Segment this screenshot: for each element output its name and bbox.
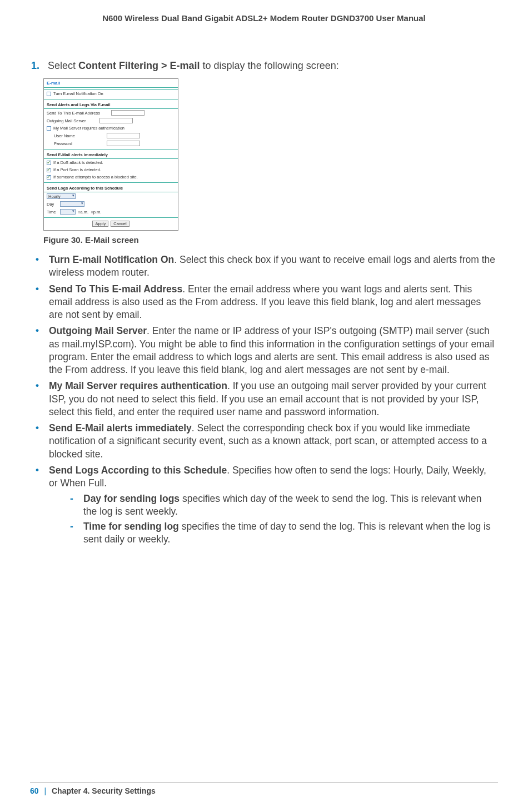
ss-auth-row: My Mail Server requires authentication <box>44 124 178 132</box>
bullet-bold: Send Logs According to this Schedule <box>49 465 227 476</box>
day-select[interactable] <box>60 201 84 207</box>
schedule-select[interactable]: Hourly <box>47 193 76 199</box>
list-item: • Send Logs According to this Schedule. … <box>31 464 497 549</box>
ss-sec3: Send Logs According to this Schedule <box>44 184 178 192</box>
sub-bold: Day for sending logs <box>83 493 180 504</box>
bullet-list: • Turn E-mail Notification On. Select th… <box>31 253 497 549</box>
footer-separator: | <box>44 786 46 795</box>
list-item: • Outgoing Mail Server. Enter the name o… <box>31 325 497 376</box>
page-number: 60 <box>30 786 39 795</box>
bullet-marker: • <box>31 283 49 322</box>
bullet-bold: Outgoing Mail Server <box>49 325 147 336</box>
ss-pass-row: Password <box>44 140 178 147</box>
server-field[interactable] <box>99 118 133 123</box>
sub-item: - Day for sending logs specifies which d… <box>67 492 497 519</box>
ss-pm: p.m. <box>93 210 102 215</box>
bullet-marker: • <box>31 253 49 280</box>
ss-day-label: Day <box>47 202 59 207</box>
ss-alert2-row: If a Port Scan is detected. <box>44 166 178 173</box>
figure-caption: Figure 30. E-Mail screen <box>43 235 497 245</box>
ss-sec2: Send E-Mail alerts immediately <box>44 151 178 159</box>
list-item: • My Mail Server requires authentication… <box>31 380 497 419</box>
step-instruction: 1. Select Content Filtering > E-mail to … <box>31 60 497 72</box>
checkbox-icon[interactable] <box>47 168 51 172</box>
ss-time-row: Time ○ a.m. ○ p.m. <box>44 208 178 216</box>
bullet-marker: • <box>31 464 49 549</box>
ss-sched-row: Hourly <box>44 192 178 200</box>
ss-title: E-mail <box>44 79 178 88</box>
ss-send-row: Send To This E-mail Address <box>44 109 178 117</box>
list-item: • Send To This E-mail Address. Enter the… <box>31 283 497 322</box>
ss-am: a.m. <box>81 210 89 215</box>
ss-user-row: User Name <box>44 132 178 140</box>
ss-alert1-row: If a DoS attack is detected. <box>44 159 178 166</box>
bullet-bold: Turn E-mail Notification On <box>49 254 174 265</box>
bullet-marker: • <box>31 422 49 461</box>
bullet-bold: Send E-Mail alerts immediately <box>49 422 192 434</box>
ss-server-label: Outgoing Mail Server <box>47 118 88 123</box>
email-screenshot: E-mail Turn E-mail Notification On Send … <box>43 78 178 231</box>
bullet-marker: • <box>31 380 49 419</box>
sub-item: - Time for sending log specifies the tim… <box>67 520 497 546</box>
email-field[interactable] <box>111 110 145 116</box>
ss-time-label: Time <box>47 210 59 215</box>
step-number: 1. <box>31 60 39 71</box>
ss-send-label: Send To This E-mail Address <box>47 111 100 116</box>
ss-auth-label: My Mail Server requires authentication <box>53 126 124 131</box>
ss-notify-row: Turn E-mail Notification On <box>44 90 178 97</box>
bullet-marker: • <box>31 325 49 376</box>
checkbox-icon[interactable] <box>47 92 51 96</box>
list-item: • Send E-Mail alerts immediately. Select… <box>31 422 497 461</box>
page-footer: 60 | Chapter 4. Security Settings <box>30 783 498 795</box>
ss-alert3: If someone attempts to access a blocked … <box>53 175 138 180</box>
ss-sec1: Send Alerts and Logs Via E-mail <box>44 101 178 109</box>
ss-day-row: Day <box>44 200 178 208</box>
ss-alert3-row: If someone attempts to access a blocked … <box>44 173 178 181</box>
apply-button[interactable]: Apply <box>92 221 108 227</box>
ss-alert1: If a DoS attack is detected. <box>53 160 103 165</box>
step-post: to display the following screen: <box>200 60 339 71</box>
sub-marker: - <box>67 520 83 546</box>
ss-pass-label: Password <box>54 141 96 146</box>
sub-marker: - <box>67 492 83 519</box>
user-field[interactable] <box>107 133 140 138</box>
checkbox-icon[interactable] <box>47 161 51 165</box>
ss-buttons: Apply Cancel <box>44 218 178 227</box>
chapter-label: Chapter 4. Security Settings <box>52 786 156 795</box>
bullet-bold: My Mail Server requires authentication <box>49 380 227 391</box>
sub-bold: Time for sending log <box>83 521 179 532</box>
list-item: • Turn E-mail Notification On. Select th… <box>31 253 497 280</box>
time-select[interactable] <box>60 209 76 215</box>
ss-user-label: User Name <box>54 133 96 138</box>
step-pre: Select <box>48 60 78 71</box>
cancel-button[interactable]: Cancel <box>111 221 129 227</box>
step-bold: Content Filtering > E-mail <box>78 60 200 71</box>
ss-notify-label: Turn E-mail Notification On <box>53 91 103 96</box>
ss-alert2: If a Port Scan is detected. <box>53 167 101 172</box>
pass-field[interactable] <box>107 141 140 146</box>
header-title: N600 Wireless Dual Band Gigabit ADSL2+ M… <box>0 13 528 23</box>
ss-server-row: Outgoing Mail Server <box>44 117 178 124</box>
bullet-bold: Send To This E-mail Address <box>49 283 182 295</box>
checkbox-icon[interactable] <box>47 126 51 131</box>
page-content: 1. Select Content Filtering > E-mail to … <box>31 60 497 552</box>
checkbox-icon[interactable] <box>47 175 51 180</box>
